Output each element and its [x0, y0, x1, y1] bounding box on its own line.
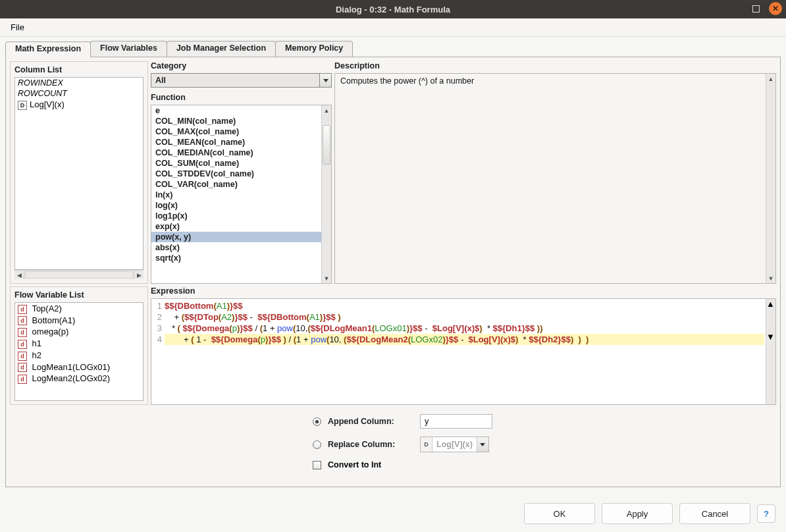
scroll-track[interactable]: [322, 115, 331, 273]
scroll-thumb[interactable]: [25, 271, 133, 279]
scroll-left-icon[interactable]: ◀: [14, 271, 24, 279]
function-item[interactable]: COL_MIN(col_name): [151, 116, 321, 126]
replace-column-row: Replace Column: D Log[V](x): [313, 437, 489, 452]
upper-section: Column List ROWINDEX ROWCOUNT DLog[V](x)…: [10, 61, 776, 284]
function-item[interactable]: COL_MEAN(col_name): [151, 137, 321, 147]
scroll-down-icon[interactable]: ▼: [322, 273, 331, 283]
flow-variable-label: Top(A2): [30, 304, 62, 313]
expression-code[interactable]: $${DBottom(A1)}$$ + ($${DTop(A2)}$$ - $$…: [163, 299, 766, 404]
function-item[interactable]: COL_STDDEV(col_name): [151, 169, 321, 179]
titlebar: Dialog - 0:32 - Math Formula ✕: [0, 0, 786, 18]
function-item[interactable]: log1p(x): [151, 211, 321, 221]
function-item[interactable]: COL_MEDIAN(col_name): [151, 147, 321, 158]
convert-to-int-label: Convert to Int: [328, 460, 381, 469]
flow-variable-item[interactable]: d h1: [15, 338, 143, 350]
scroll-down-icon[interactable]: ▼: [766, 273, 775, 283]
replace-column-label: Replace Column:: [328, 440, 413, 449]
flow-variable-label: LogMean2(LOGx02): [30, 373, 110, 383]
category-dropdown-button[interactable]: [320, 73, 332, 88]
flow-variable-item[interactable]: d LogMean1(LOGx01): [15, 361, 143, 373]
function-item[interactable]: ln(x): [151, 190, 321, 200]
column-list-panel: Column List ROWINDEX ROWCOUNT DLog[V](x)…: [10, 61, 148, 284]
window-controls: ✕: [729, 2, 782, 15]
function-item[interactable]: COL_VAR(col_name): [151, 179, 321, 190]
function-list-items: eCOL_MIN(col_name)COL_MAX(col_name)COL_M…: [151, 105, 321, 283]
chevron-down-icon: [323, 79, 328, 82]
window-minimize-button[interactable]: [729, 2, 743, 15]
append-column-label: Append Column:: [328, 417, 413, 426]
flow-variable-item[interactable]: d LogMean2(LOGx02): [15, 373, 143, 385]
scroll-track[interactable]: [766, 309, 775, 332]
flow-variable-item[interactable]: d Bottom(A1): [15, 315, 143, 327]
list-item[interactable]: ROWINDEX: [15, 78, 143, 88]
window-close-button[interactable]: ✕: [769, 2, 782, 15]
flow-variable-icon: d: [18, 340, 27, 349]
convert-to-int-checkbox[interactable]: [313, 461, 321, 469]
flow-variable-icon: d: [18, 328, 27, 337]
scroll-up-icon[interactable]: ▲: [766, 299, 775, 309]
flow-variable-label: Bottom(A1): [30, 315, 75, 325]
flow-variable-item[interactable]: d h2: [15, 350, 143, 361]
tab-strip: Math Expression Flow Variables Job Manag…: [5, 41, 781, 57]
function-item[interactable]: e: [151, 105, 321, 116]
flow-variable-item[interactable]: d omega(p): [15, 326, 143, 338]
function-item[interactable]: exp(x): [151, 221, 321, 232]
description-scrollbar[interactable]: ▲ ▼: [766, 74, 775, 283]
category-select[interactable]: All: [151, 73, 332, 88]
category-title: Category: [151, 61, 332, 70]
expression-editor[interactable]: 1234 $${DBottom(A1)}$$ + ($${DTop(A2)}$$…: [151, 298, 776, 405]
expression-scrollbar[interactable]: ▲ ▼: [766, 299, 775, 404]
description-area: Computes the power (^) of a number ▲ ▼: [334, 73, 776, 284]
app-body: Math Expression Flow Variables Job Manag…: [0, 37, 786, 492]
function-list[interactable]: eCOL_MIN(col_name)COL_MAX(col_name)COL_M…: [151, 105, 332, 284]
flow-variable-label: h1: [30, 338, 41, 348]
menubar: File: [0, 18, 786, 37]
function-list-scrollbar[interactable]: ▲ ▼: [321, 105, 331, 283]
scroll-up-icon[interactable]: ▲: [766, 74, 775, 84]
column-list[interactable]: ROWINDEX ROWCOUNT DLog[V](x): [14, 77, 144, 270]
expression-title: Expression: [151, 286, 776, 296]
column-list-hscroll[interactable]: ◀ ▶: [14, 270, 144, 279]
scroll-down-icon[interactable]: ▼: [766, 332, 775, 342]
replace-column-radio[interactable]: [313, 440, 321, 449]
window-title: Dialog - 0:32 - Math Formula: [336, 5, 450, 14]
tab-panel: Column List ROWINDEX ROWCOUNT DLog[V](x)…: [5, 57, 781, 487]
function-item[interactable]: COL_MAX(col_name): [151, 126, 321, 137]
function-item[interactable]: pow(x, y): [151, 232, 321, 242]
function-item[interactable]: abs(x): [151, 242, 321, 253]
flow-variable-icon: d: [18, 352, 27, 361]
function-item[interactable]: COL_SUM(col_name): [151, 158, 321, 169]
flow-variable-item[interactable]: d Top(A2): [15, 303, 143, 315]
flow-variable-label: omega(p): [30, 327, 68, 336]
scroll-thumb[interactable]: [323, 125, 330, 165]
scroll-up-icon[interactable]: ▲: [322, 105, 331, 115]
flow-variable-icon: d: [18, 305, 27, 314]
expression-gutter: 1234: [151, 299, 163, 404]
scroll-right-icon[interactable]: ▶: [134, 271, 144, 279]
append-column-row: Append Column:: [313, 414, 492, 429]
tab-math-expression[interactable]: Math Expression: [5, 41, 91, 57]
category-value[interactable]: All: [151, 73, 320, 88]
flow-variable-icon: d: [18, 375, 27, 384]
expression-panel: Expression 1234 $${DBottom(A1)}$$ + ($${…: [151, 286, 776, 405]
flow-variable-panel: Flow Variable List d Top(A2)d Bottom(A1)…: [10, 286, 148, 405]
replace-column-combo[interactable]: D Log[V](x): [420, 437, 489, 452]
tab-flow-variables[interactable]: Flow Variables: [90, 41, 167, 57]
scroll-track[interactable]: [766, 84, 775, 273]
list-item[interactable]: ROWCOUNT: [15, 88, 143, 99]
function-item[interactable]: sqrt(x): [151, 253, 321, 263]
function-item[interactable]: log(x): [151, 200, 321, 211]
append-column-input[interactable]: [420, 414, 492, 429]
flow-variable-icon: d: [18, 316, 27, 325]
tab-memory-policy[interactable]: Memory Policy: [275, 41, 353, 57]
replace-column-dropdown-button[interactable]: [477, 437, 488, 452]
flow-variable-title: Flow Variable List: [14, 290, 144, 300]
tab-job-manager[interactable]: Job Manager Selection: [167, 41, 276, 57]
flow-variable-list[interactable]: d Top(A2)d Bottom(A1)d omega(p)d h1d h2d…: [14, 302, 144, 401]
menu-file[interactable]: File: [7, 20, 28, 35]
append-column-radio[interactable]: [313, 417, 321, 426]
double-type-icon: D: [421, 437, 432, 452]
list-item[interactable]: DLog[V](x): [15, 99, 143, 111]
scroll-thumb[interactable]: [766, 309, 775, 332]
window-maximize-button[interactable]: [749, 2, 762, 15]
